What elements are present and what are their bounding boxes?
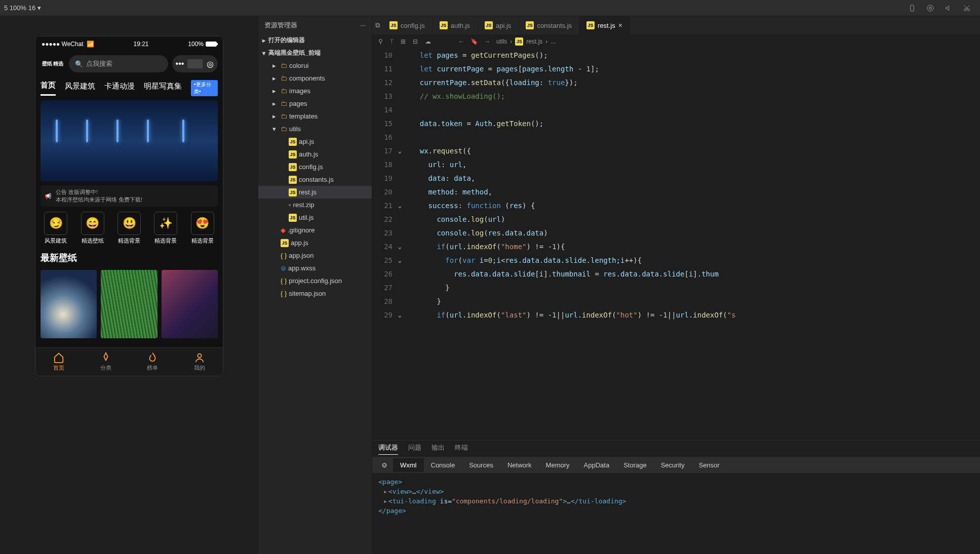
search-placeholder: 点我搜索	[86, 59, 112, 68]
fold-icon[interactable]: ⌄	[398, 144, 402, 158]
search-icon[interactable]: ⚲	[378, 38, 383, 45]
devtab-storage[interactable]: Storage	[616, 458, 654, 472]
devtab-appdata[interactable]: AppData	[577, 458, 617, 472]
nav-tabs: 首页 风景建筑 卡通动漫 明星写真集 •更多分类•	[35, 76, 223, 96]
devtab-network[interactable]: Network	[500, 458, 539, 472]
code-area[interactable]: 1011121314151617⌄18192021⌄222324⌄25⌄2627…	[372, 49, 980, 440]
tree-item-auth-js[interactable]: JSauth.js	[258, 148, 372, 161]
nav-tab-cartoon[interactable]: 卡通动漫	[104, 82, 135, 95]
fold-icon[interactable]: ⌄	[398, 254, 402, 267]
git-file-icon: ◆	[281, 226, 286, 234]
device-icon[interactable]	[905, 1, 919, 15]
devtab-sources[interactable]: Sources	[462, 458, 500, 472]
tab-config[interactable]: JSconfig.js	[382, 16, 433, 34]
home-icon	[53, 352, 64, 363]
open-editors-section[interactable]: ▸打开的编辑器	[258, 34, 372, 47]
inspect-icon[interactable]: ⯐	[376, 458, 393, 472]
devtab-sensor[interactable]: Sensor	[692, 458, 727, 472]
category-item[interactable]: 😍精选背景	[187, 212, 218, 245]
grid-icon[interactable]: ⊞	[401, 38, 406, 45]
devtab-memory[interactable]: Memory	[539, 458, 577, 472]
category-icon	[100, 352, 111, 363]
layout-icon[interactable]: ⊟	[413, 38, 418, 45]
wallpaper-thumb[interactable]	[41, 270, 97, 338]
bottom-nav-mine[interactable]: 我的	[176, 348, 223, 376]
fold-icon[interactable]: ⌄	[398, 240, 402, 254]
nav-tab-home[interactable]: 首页	[41, 81, 56, 96]
tree-item-rest-js[interactable]: JSrest.js	[258, 186, 372, 199]
nav-tab-star[interactable]: 明星写真集	[144, 82, 182, 95]
tree-item-sitemap-json[interactable]: { }sitemap.json	[258, 287, 372, 300]
search-input[interactable]: 🔍 点我搜索	[69, 55, 168, 72]
project-section[interactable]: ▾高端黑金壁纸_前端	[258, 47, 372, 59]
category-item[interactable]: 😃精选背景	[114, 212, 144, 245]
tree-item-config-js[interactable]: JSconfig.js	[258, 161, 372, 173]
tree-item-components[interactable]: ▸🗀components	[258, 72, 372, 85]
bookmark-icon[interactable]: 🔖	[471, 38, 478, 45]
back-icon[interactable]: ←	[458, 38, 464, 45]
category-item[interactable]: ✨精选背景	[150, 212, 181, 245]
wallpaper-thumb[interactable]	[162, 270, 218, 338]
js-file-icon: JS	[289, 150, 297, 159]
tree-item-app-json[interactable]: { }app.json	[258, 249, 372, 262]
cut-icon[interactable]	[960, 1, 974, 15]
banner-image[interactable]	[41, 100, 218, 181]
fold-icon[interactable]: ⌄	[398, 308, 402, 322]
wallpaper-thumb[interactable]	[101, 270, 157, 338]
fold-icon[interactable]: ⌄	[398, 199, 402, 213]
ptab-output[interactable]: 输出	[432, 443, 445, 454]
category-item[interactable]: 😏风景建筑	[41, 212, 71, 245]
ptab-terminal[interactable]: 终端	[455, 443, 468, 454]
ptab-problems[interactable]: 问题	[408, 443, 421, 454]
tree-item-util-js[interactable]: JSutil.js	[258, 211, 372, 224]
branch-icon[interactable]: ᛘ	[390, 38, 394, 45]
split-icon[interactable]: ⧉	[372, 16, 382, 34]
forward-icon[interactable]: →	[484, 38, 490, 45]
notice-bar: 📢 公告 改版调整中! 本程序壁纸均来源于网络 免费下载!	[41, 185, 218, 207]
code-content[interactable]: let pages = getCurrentPages(); let curre…	[403, 49, 980, 440]
editor-panel: ⧉ JSconfig.js JSauth.js JSapi.js JSconst…	[372, 16, 980, 554]
wxml-tree[interactable]: <page> ▸<view>…</view> ▸<tui-loading is=…	[372, 473, 980, 554]
nav-tab-scenery[interactable]: 风景建筑	[65, 82, 95, 95]
tree-item-templates[interactable]: ▸🗀templates	[258, 110, 372, 123]
tab-constants[interactable]: JSconstants.js	[519, 16, 579, 34]
tree-item-utils[interactable]: ▾🗀utils	[258, 123, 372, 135]
js-file-icon: JS	[289, 214, 297, 222]
tab-bar: ⧉ JSconfig.js JSauth.js JSapi.js JSconst…	[372, 16, 980, 34]
tree-item-constants-js[interactable]: JSconstants.js	[258, 173, 372, 186]
close-icon[interactable]: ×	[618, 21, 622, 29]
explorer-more-icon[interactable]: ···	[360, 21, 366, 29]
mute-icon[interactable]	[942, 1, 956, 15]
tree-item-api-js[interactable]: JSapi.js	[258, 135, 372, 148]
category-item[interactable]: 😄精选壁纸	[77, 212, 107, 245]
tree-item-app-js[interactable]: JSapp.js	[258, 236, 372, 249]
stop-icon[interactable]	[923, 1, 937, 15]
bottom-nav-rank[interactable]: 榜单	[129, 348, 176, 376]
wallpaper-row	[35, 266, 223, 342]
phone-frame: ●●●●● WeChat📶 19:21 100% 壁纸 精选 🔍 点我搜索 ••…	[35, 36, 223, 376]
cloud-icon[interactable]: ☁	[425, 38, 431, 45]
capsule-menu-button[interactable]: •••	[172, 59, 187, 68]
devtab-wxml[interactable]: Wxml	[393, 458, 424, 472]
tree-item-pages[interactable]: ▸🗀pages	[258, 97, 372, 110]
tab-auth[interactable]: JSauth.js	[433, 16, 478, 34]
devtab-console[interactable]: Console	[424, 458, 462, 472]
section-title: 最新壁纸	[35, 250, 223, 266]
more-categories-button[interactable]: •更多分类•	[191, 80, 218, 96]
tab-api[interactable]: JSapi.js	[478, 16, 519, 34]
devtab-security[interactable]: Security	[654, 458, 692, 472]
tree-item-colorui[interactable]: ▸🗀colorui	[258, 59, 372, 72]
tree-item-label: rest.zip	[293, 201, 315, 209]
tree-item--gitignore[interactable]: ◆.gitignore	[258, 224, 372, 236]
carrier: ●●●●● WeChat📶	[42, 41, 94, 48]
bottom-nav-category[interactable]: 分类	[83, 348, 130, 376]
tab-rest[interactable]: JSrest.js×	[579, 16, 630, 34]
zoom-info[interactable]: 5 100% 16 ▾	[4, 4, 41, 12]
tree-item-app-wxss[interactable]: ⊜app.wxss	[258, 262, 372, 274]
ptab-debugger[interactable]: 调试器	[378, 443, 398, 455]
tree-item-images[interactable]: ▸🗀images	[258, 85, 372, 97]
bottom-nav-home[interactable]: 首页	[35, 348, 83, 376]
capsule-close-button[interactable]: ◎	[203, 59, 218, 69]
tree-item-rest-zip[interactable]: ▫rest.zip	[258, 199, 372, 211]
tree-item-project-config-json[interactable]: { }project.config.json	[258, 274, 372, 287]
